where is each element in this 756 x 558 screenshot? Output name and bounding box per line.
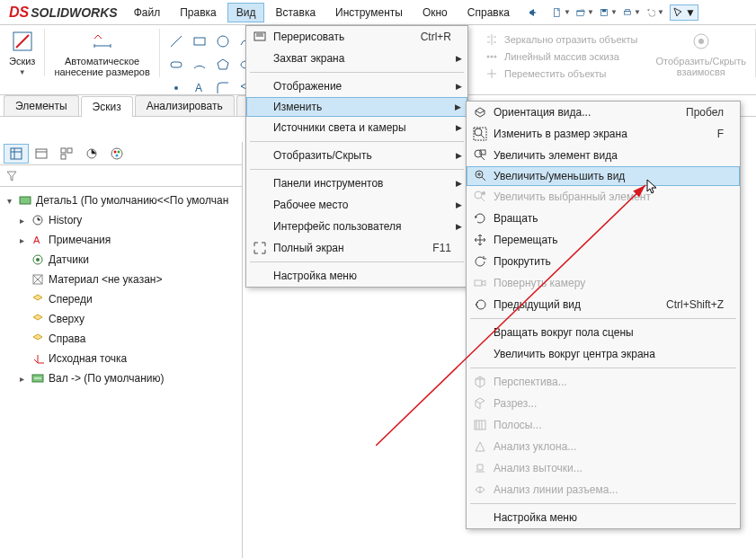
ribbon-autodim[interactable]: Автоматическое нанесение размеров: [45, 29, 159, 77]
menu-shortcut: Пробел: [686, 106, 724, 119]
menu-help[interactable]: Справка: [458, 3, 519, 22]
menu-separator: [250, 261, 464, 262]
svg-point-37: [475, 150, 482, 157]
menu-item[interactable]: Захват экрана▶: [246, 48, 467, 69]
tree-right[interactable]: Справа: [0, 329, 242, 349]
menu-shortcut: F: [717, 128, 724, 140]
new-file-icon[interactable]: ▼: [553, 4, 571, 22]
tree-tab-feature[interactable]: [4, 144, 29, 164]
tree-front[interactable]: Спереди: [0, 289, 242, 309]
sketch-icon: [10, 29, 35, 54]
save-icon[interactable]: ▼: [600, 4, 618, 22]
tab-evaluate[interactable]: Анализировать: [135, 95, 235, 116]
menu-tools[interactable]: Инструменты: [326, 3, 412, 22]
tree-tab-config[interactable]: [54, 144, 79, 164]
tree-history[interactable]: ▸History: [0, 210, 242, 230]
tree-filter[interactable]: [0, 165, 242, 187]
menu-item-label: Разрез...: [494, 397, 537, 410]
menu-item[interactable]: Изменить▶: [246, 97, 467, 117]
menu-item[interactable]: ПерерисоватьCtrl+R: [246, 26, 467, 48]
zoomsel-icon: [472, 189, 488, 205]
arc-tool-icon[interactable]: [189, 54, 210, 75]
menu-item[interactable]: Отображение▶: [246, 75, 467, 97]
tree-root[interactable]: ▾ Деталь1 (По умолчанию<<По умолчан: [0, 190, 242, 210]
tree-tab-property[interactable]: [29, 144, 54, 164]
svg-point-24: [114, 150, 117, 153]
poly-tool-icon[interactable]: [212, 54, 234, 75]
open-file-icon[interactable]: ▼: [576, 4, 594, 22]
menu-item-label: Вращать: [494, 212, 538, 225]
menu-file[interactable]: Файл: [125, 3, 170, 22]
pan-icon: [472, 232, 488, 248]
menu-item-label: Увеличить/уменьшить вид: [494, 170, 625, 182]
menu-item[interactable]: Прокрутить: [467, 251, 740, 272]
tab-features[interactable]: Элементы: [4, 95, 79, 116]
sensors-icon: [31, 252, 45, 267]
rotate-icon: [472, 210, 488, 226]
menu-item[interactable]: Полный экранF11: [246, 237, 467, 259]
part-icon: [472, 482, 488, 498]
menu-item[interactable]: Ориентация вида...Пробел: [467, 102, 740, 123]
svg-point-40: [475, 191, 482, 199]
tree-annotations[interactable]: ▸AПримечания: [0, 230, 242, 250]
quick-access: ▼ ▼ ▼ ▼ ▼ ▼: [547, 4, 704, 22]
menu-item[interactable]: Вращать: [467, 208, 740, 229]
modify-submenu: Ориентация вида...ПробелИзменить в разме…: [466, 101, 741, 529]
expand-icon[interactable]: ▾: [4, 196, 14, 206]
line-tool-icon[interactable]: [165, 31, 187, 52]
menu-item[interactable]: Настройка меню: [467, 507, 740, 528]
menu-insert[interactable]: Вставка: [266, 3, 325, 22]
menu-separator: [470, 368, 736, 368]
menu-shortcut: F11: [432, 242, 451, 254]
menu-item[interactable]: Вращать вокруг пола сцены: [467, 322, 740, 343]
menubar: DS SOLIDWORKS Файл Правка Вид Вставка Ин…: [0, 0, 756, 25]
feature-tree-panel: ▾ Деталь1 (По умолчанию<<По умолчан ▸His…: [0, 142, 243, 558]
tree-tab-appearance[interactable]: [104, 144, 129, 164]
draft-icon: [472, 438, 488, 455]
menu-item[interactable]: Увеличить/уменьшить вид: [467, 166, 740, 186]
tree-top[interactable]: Сверху: [0, 309, 242, 329]
print-icon[interactable]: ▼: [623, 4, 641, 22]
pin-icon[interactable]: [520, 7, 546, 18]
menu-edit[interactable]: Правка: [171, 3, 226, 22]
persp-icon: [472, 374, 488, 390]
menu-item[interactable]: Увеличить вокруг центра экрана: [467, 343, 740, 365]
tree-tab-dim[interactable]: [79, 144, 104, 164]
tree-material[interactable]: Материал <не указан>: [0, 270, 242, 289]
menu-item-label: Вращать вокруг пола сцены: [494, 326, 634, 339]
menu-item-label: Предыдущий вид: [494, 298, 581, 311]
logo-ds: DS: [9, 4, 29, 21]
menu-item[interactable]: Рабочее место▶: [246, 194, 467, 216]
menu-item: Повернуть камеру: [467, 272, 740, 294]
menu-item-label: Анализ линии разъема...: [494, 483, 618, 496]
zoomarea-icon: [472, 147, 488, 164]
undo-icon[interactable]: ▼: [646, 4, 664, 22]
menu-item-label: Перерисовать: [273, 31, 344, 43]
menu-item-label: Увеличить выбранный элемент: [494, 190, 651, 203]
select-tool-icon[interactable]: ▼: [670, 4, 698, 21]
svg-point-12: [487, 56, 490, 58]
menu-item-label: Полосы...: [494, 419, 541, 431]
menu-item[interactable]: Интерфейс пользователя▶: [246, 216, 467, 237]
ribbon-sketch[interactable]: Эскиз ▼: [0, 29, 45, 76]
menu-item[interactable]: Увеличить элемент вида: [467, 145, 740, 166]
menu-item[interactable]: Источники света и камеры▶: [246, 117, 467, 138]
slot-tool-icon[interactable]: [165, 54, 187, 75]
svg-rect-42: [475, 280, 482, 286]
menu-window[interactable]: Окно: [414, 3, 457, 22]
menu-item[interactable]: Предыдущий видCtrl+Shift+Z: [467, 294, 740, 315]
menu-item[interactable]: Панели инструментов▶: [246, 173, 467, 194]
menu-item[interactable]: Перемещать: [467, 229, 740, 251]
menu-item[interactable]: Настройка меню: [246, 265, 467, 287]
tree-shaft[interactable]: ▸Вал -> (По умолчанию): [0, 368, 242, 388]
rect-tool-icon[interactable]: [189, 31, 210, 52]
tab-sketch[interactable]: Эскиз: [81, 96, 133, 117]
plane-icon: [31, 332, 45, 346]
zebra-icon: [472, 417, 488, 433]
circle-tool-icon[interactable]: [212, 31, 234, 52]
menu-item[interactable]: Отобразить/Скрыть▶: [246, 145, 467, 166]
menu-view[interactable]: Вид: [227, 3, 265, 22]
tree-origin[interactable]: Исходная точка: [0, 349, 242, 368]
tree-sensors[interactable]: Датчики: [0, 250, 242, 270]
menu-item[interactable]: Изменить в размер экранаF: [467, 123, 740, 145]
